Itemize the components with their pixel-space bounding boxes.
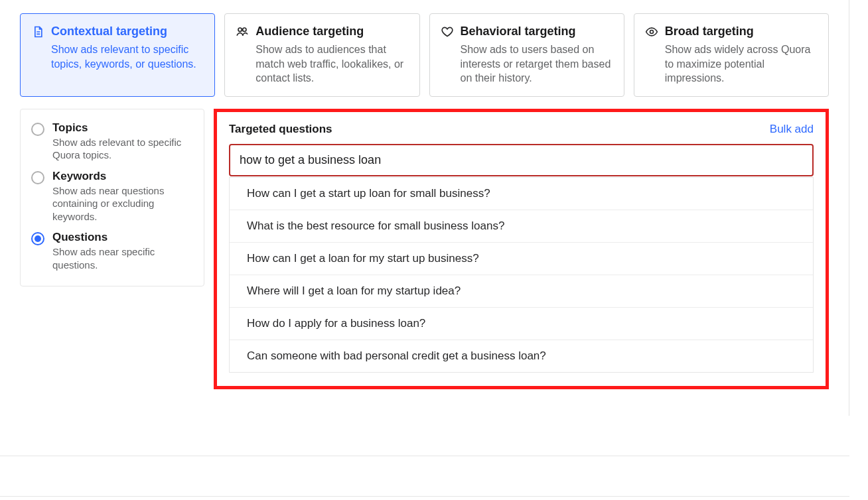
- question-suggestion[interactable]: What is the best resource for small busi…: [230, 210, 813, 242]
- question-suggestion[interactable]: Where will I get a loan for my startup i…: [230, 275, 813, 307]
- radio-icon: [31, 171, 44, 184]
- option-description: Show ads near specific questions.: [52, 245, 193, 271]
- card-title: Audience targeting: [255, 25, 364, 38]
- card-title: Broad targeting: [665, 25, 754, 38]
- targeting-type-cards: Contextual targetingShow ads relevant to…: [20, 13, 829, 97]
- targeting-card-contextual[interactable]: Contextual targetingShow ads relevant to…: [20, 13, 215, 97]
- option-title: Topics: [52, 121, 193, 135]
- targeted-questions-panel: Targeted questions Bulk add How can I ge…: [214, 109, 829, 389]
- card-title: Behavioral targeting: [461, 25, 576, 38]
- targeting-card-broad[interactable]: Broad targetingShow ads widely across Qu…: [634, 13, 829, 97]
- document-icon: [31, 25, 44, 38]
- question-suggestion[interactable]: How can I get a start up loan for small …: [230, 177, 813, 210]
- panel-title: Targeted questions: [229, 123, 332, 136]
- question-suggestion[interactable]: How can I get a loan for my start up bus…: [230, 242, 813, 275]
- question-search-input[interactable]: [229, 144, 814, 176]
- targeting-card-behavioral[interactable]: Behavioral targetingShow ads to users ba…: [429, 13, 624, 97]
- card-description: Show ads widely across Quora to maximize…: [645, 42, 818, 86]
- divider: [0, 456, 849, 497]
- question-suggestions-list: How can I get a start up loan for small …: [229, 177, 814, 373]
- option-title: Questions: [52, 231, 193, 244]
- radio-icon: [31, 123, 44, 136]
- contextual-option-topics[interactable]: TopicsShow ads relevant to specific Quor…: [31, 120, 193, 168]
- card-description: Show ads to users based on interests or …: [441, 42, 613, 86]
- users-icon: [236, 25, 249, 38]
- svg-point-2: [650, 30, 653, 33]
- svg-point-1: [243, 28, 246, 31]
- question-suggestion[interactable]: How do I apply for a business loan?: [230, 307, 813, 340]
- option-description: Show ads near questions containing or ex…: [52, 184, 193, 223]
- bulk-add-link[interactable]: Bulk add: [770, 123, 814, 136]
- card-description: Show ads to audiences that match web tra…: [236, 42, 408, 86]
- contextual-option-keywords[interactable]: KeywordsShow ads near questions containi…: [31, 168, 193, 230]
- option-description: Show ads relevant to specific Quora topi…: [52, 136, 193, 162]
- svg-point-0: [238, 28, 242, 31]
- heart-icon: [441, 25, 454, 38]
- option-title: Keywords: [52, 170, 193, 183]
- question-suggestion[interactable]: Can someone with bad personal credit get…: [230, 340, 813, 372]
- card-title: Contextual targeting: [51, 25, 167, 38]
- radio-icon: [31, 232, 44, 245]
- targeting-card-audience[interactable]: Audience targetingShow ads to audiences …: [224, 13, 419, 97]
- eye-icon: [645, 25, 658, 38]
- contextual-option-questions[interactable]: QuestionsShow ads near specific question…: [31, 229, 193, 271]
- contextual-options-panel: TopicsShow ads relevant to specific Quor…: [20, 109, 204, 287]
- card-description: Show ads relevant to specific topics, ke…: [31, 42, 204, 71]
